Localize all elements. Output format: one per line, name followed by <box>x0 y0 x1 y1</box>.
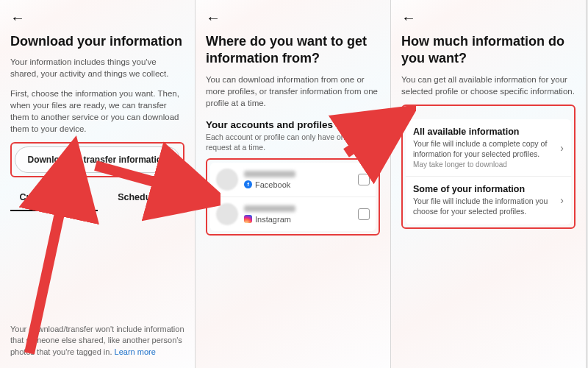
back-row: ← <box>206 7 380 33</box>
accounts-subhead: Your accounts and profiles <box>206 119 333 130</box>
chevron-right-icon: › <box>560 194 564 206</box>
account-name-redacted <box>244 205 295 212</box>
account-list: f Facebook Instagram <box>210 163 376 231</box>
account-platform: Instagram <box>244 215 358 224</box>
intro-text: You can download information from one or… <box>206 74 380 109</box>
back-icon[interactable]: ← <box>206 10 220 26</box>
intro-text: You can get all available information fo… <box>401 74 576 97</box>
page-title: How much information do you want? <box>401 33 576 68</box>
footer-note-text: Your download/transfer won't include inf… <box>10 325 184 356</box>
footer-note: Your download/transfer won't include inf… <box>10 303 184 358</box>
option-note: May take longer to download <box>413 160 556 169</box>
options-list: All available information Your file will… <box>406 119 571 224</box>
platform-label: Instagram <box>255 215 291 224</box>
facebook-icon: f <box>244 180 252 188</box>
highlight-box-accounts: f Facebook Instagram <box>206 158 380 236</box>
option-text: Some of your information Your file will … <box>413 184 556 216</box>
tab-current-activity[interactable]: Current Activity <box>10 186 98 211</box>
option-desc: Your file will include a complete copy o… <box>413 138 556 159</box>
intro-text-1: Your information includes things you've … <box>10 56 184 79</box>
option-text: All available information Your file will… <box>413 127 556 169</box>
back-icon[interactable]: ← <box>10 10 25 26</box>
option-some-information[interactable]: Some of your information Your file will … <box>406 177 571 224</box>
intro-text-2: First, choose the information you want. … <box>10 88 184 135</box>
back-row: ← <box>10 7 184 33</box>
back-icon[interactable]: ← <box>401 10 416 26</box>
tab-scheduled[interactable]: Scheduled <box>98 186 185 211</box>
checkbox[interactable] <box>358 174 370 185</box>
account-text: Instagram <box>244 205 358 224</box>
highlight-box-options: All available information Your file will… <box>401 105 576 229</box>
panel-select-accounts: ← Where do you want to get information f… <box>196 0 391 368</box>
chevron-right-icon: › <box>560 142 564 154</box>
account-item-facebook[interactable]: f Facebook <box>210 163 376 197</box>
page-title: Download your information <box>10 33 184 50</box>
option-title: All available information <box>413 127 556 137</box>
back-row: ← <box>401 7 576 33</box>
download-transfer-button[interactable]: Download or transfer information <box>15 146 180 173</box>
panel-choose-amount: ← How much information do you want? You … <box>391 0 587 368</box>
instagram-icon <box>244 215 252 223</box>
tabs: Current Activity Scheduled <box>10 186 184 211</box>
accounts-header-row: Your accounts and profiles Select all <box>206 119 380 130</box>
page-title: Where do you want to get information fro… <box>206 33 380 68</box>
highlight-box-download-btn: Download or transfer information <box>10 142 184 177</box>
account-platform: f Facebook <box>244 180 358 189</box>
account-item-instagram[interactable]: Instagram <box>210 197 376 231</box>
learn-more-link[interactable]: Learn more <box>115 347 156 356</box>
avatar <box>216 203 238 225</box>
option-desc: Your file will include the information y… <box>413 196 556 216</box>
avatar <box>216 169 238 191</box>
option-title: Some of your information <box>413 184 556 194</box>
checkbox[interactable] <box>358 208 370 220</box>
option-all-information[interactable]: All available information Your file will… <box>406 119 571 177</box>
platform-label: Facebook <box>255 180 290 189</box>
account-text: f Facebook <box>244 171 358 189</box>
panel-download-info: ← Download your information Your informa… <box>0 0 196 368</box>
select-all-link[interactable]: Select all <box>342 120 380 130</box>
accounts-subnote: Each account or profile can only have on… <box>206 132 380 152</box>
account-name-redacted <box>244 171 295 177</box>
